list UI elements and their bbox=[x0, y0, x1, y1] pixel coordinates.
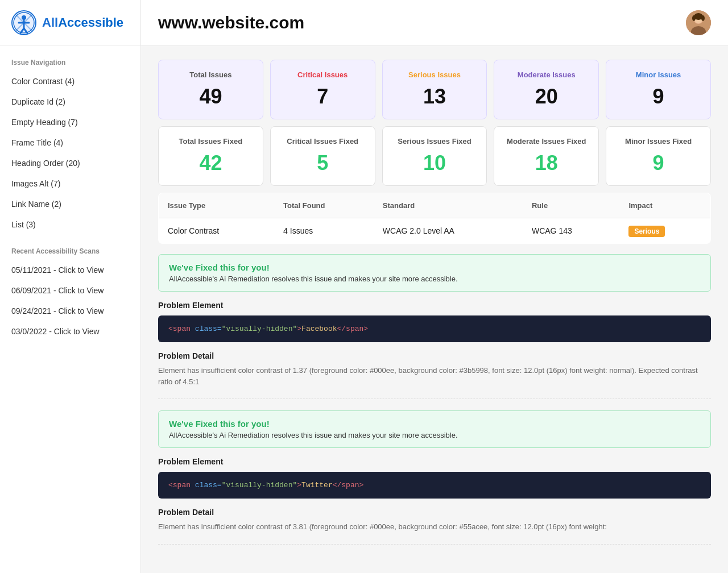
code-attr: class= bbox=[195, 481, 222, 489]
detail-text-0: Element has insufficient color contrast … bbox=[158, 365, 711, 399]
table-cell-2: WCAG 2.0 Level AA bbox=[374, 218, 523, 244]
nav-items-list: Color Contrast (4)Duplicate Id (2)Empty … bbox=[0, 71, 140, 235]
stat-value-2: 13 bbox=[392, 85, 478, 109]
code-content: Facebook bbox=[301, 325, 337, 333]
main-header: www.website.com bbox=[141, 0, 728, 46]
problem-element-label-0: Problem Element bbox=[158, 301, 711, 310]
code-value: "visually-hidden" bbox=[222, 481, 297, 489]
code-tag-close: > bbox=[297, 325, 301, 333]
table-cell-3: WCAG 143 bbox=[523, 218, 619, 244]
scan-item-scan-2[interactable]: 06/09/2021 - Click to View bbox=[0, 280, 140, 301]
fixed-desc-0: AllAccessible's Ai Remediation resolves … bbox=[169, 275, 700, 283]
stat-label-1: Critical Issues bbox=[280, 70, 366, 79]
table-cell-0: Color Contrast bbox=[159, 218, 275, 244]
logo-icon bbox=[11, 10, 36, 35]
table-row: Color Contrast4 IssuesWCAG 2.0 Level AAW… bbox=[159, 218, 711, 244]
scan-item-scan-1[interactable]: 05/11/2021 - Click to View bbox=[0, 260, 140, 280]
code-tag: <span bbox=[168, 481, 191, 489]
col-issue-type: Issue Type bbox=[159, 193, 275, 218]
sidebar-item-link-name[interactable]: Link Name (2) bbox=[0, 194, 140, 214]
code-block-1: <span class="visually-hidden">Twitter</s… bbox=[158, 472, 711, 499]
scans-section-label: Recent Accessibility Scans bbox=[0, 235, 140, 260]
stat-value-0: 49 bbox=[168, 85, 254, 109]
stat-value-4: 9 bbox=[615, 85, 701, 109]
stat-card-critical-1: Critical Issues7 bbox=[270, 60, 375, 119]
code-end-tag: </span> bbox=[337, 325, 369, 333]
detail-text-1: Element has insufficient color contrast … bbox=[158, 521, 711, 545]
stat-card-total-0: Total Issues49 bbox=[158, 60, 263, 119]
stat-fixed-label-2: Serious Issues Fixed bbox=[392, 137, 478, 146]
detail-label-0: Problem Detail bbox=[158, 351, 711, 360]
stat-fixed-card-3: Moderate Issues Fixed18 bbox=[494, 126, 599, 186]
code-value: "visually-hidden" bbox=[222, 325, 297, 333]
impact-badge: Serious bbox=[628, 226, 665, 237]
stat-label-2: Serious Issues bbox=[392, 70, 478, 79]
code-content: Twitter bbox=[301, 481, 333, 489]
stat-fixed-value-3: 18 bbox=[503, 151, 589, 175]
avatar-image bbox=[686, 10, 711, 35]
fixed-title-1: We've Fixed this for you! bbox=[169, 419, 700, 429]
stat-card-minor-4: Minor Issues9 bbox=[606, 60, 711, 119]
code-tag: <span bbox=[168, 325, 191, 333]
stat-fixed-label-1: Critical Issues Fixed bbox=[280, 137, 366, 146]
svg-point-15 bbox=[692, 15, 696, 21]
problems-container: We've Fixed this for you!AllAccessible's… bbox=[158, 254, 711, 545]
main-content: www.website.com Total Issues49Critical I… bbox=[141, 0, 728, 573]
stat-fixed-label-4: Minor Issues Fixed bbox=[615, 137, 701, 146]
nav-section-label: Issue Navigation bbox=[0, 46, 140, 71]
sidebar-item-images-alt[interactable]: Images Alt (7) bbox=[0, 173, 140, 194]
stat-card-serious-2: Serious Issues13 bbox=[382, 60, 487, 119]
col-rule: Rule bbox=[523, 193, 619, 218]
sidebar-item-frame-title[interactable]: Frame Title (4) bbox=[0, 132, 140, 153]
stats-row-1: Total Issues49Critical Issues7Serious Is… bbox=[158, 60, 711, 119]
svg-point-16 bbox=[701, 15, 705, 21]
stat-label-3: Moderate Issues bbox=[503, 70, 589, 79]
stat-fixed-label-3: Moderate Issues Fixed bbox=[503, 137, 589, 146]
stat-fixed-value-2: 10 bbox=[392, 151, 478, 175]
table-cell-1: 4 Issues bbox=[274, 218, 374, 244]
stat-fixed-value-0: 42 bbox=[168, 151, 254, 175]
fixed-desc-1: AllAccessible's Ai Remediation resolves … bbox=[169, 431, 700, 439]
avatar[interactable] bbox=[686, 10, 711, 35]
stat-fixed-card-1: Critical Issues Fixed5 bbox=[270, 126, 375, 186]
code-block-0: <span class="visually-hidden">Facebook</… bbox=[158, 315, 711, 342]
code-tag-close: > bbox=[297, 481, 301, 489]
col-standard: Standard bbox=[374, 193, 523, 218]
logo-container: AllAccessible bbox=[0, 0, 140, 46]
code-attr: class= bbox=[195, 325, 222, 333]
site-url: www.website.com bbox=[158, 13, 304, 32]
stats-row-2: Total Issues Fixed42Critical Issues Fixe… bbox=[158, 126, 711, 186]
stat-fixed-label-0: Total Issues Fixed bbox=[168, 137, 254, 146]
col-total-found: Total Found bbox=[274, 193, 374, 218]
scan-item-scan-4[interactable]: 03/0/2022 - Click to View bbox=[0, 321, 140, 342]
logo-text: AllAccessible bbox=[42, 15, 123, 30]
stat-value-1: 7 bbox=[280, 85, 366, 109]
detail-label-1: Problem Detail bbox=[158, 508, 711, 517]
stat-label-4: Minor Issues bbox=[615, 70, 701, 79]
stat-fixed-value-4: 9 bbox=[615, 151, 701, 175]
sidebar-item-color-contrast[interactable]: Color Contrast (4) bbox=[0, 71, 140, 92]
stat-fixed-card-2: Serious Issues Fixed10 bbox=[382, 126, 487, 186]
stat-value-3: 20 bbox=[503, 85, 589, 109]
stat-fixed-card-4: Minor Issues Fixed9 bbox=[606, 126, 711, 186]
scan-item-scan-3[interactable]: 09/24/2021 - Click to View bbox=[0, 301, 140, 321]
stat-fixed-value-1: 5 bbox=[280, 151, 366, 175]
problem-element-label-1: Problem Element bbox=[158, 457, 711, 466]
stat-card-moderate-3: Moderate Issues20 bbox=[494, 60, 599, 119]
sidebar-item-empty-heading[interactable]: Empty Heading (7) bbox=[0, 112, 140, 132]
fixed-title-0: We've Fixed this for you! bbox=[169, 263, 700, 272]
col-impact: Impact bbox=[619, 193, 710, 218]
sidebar: AllAccessible Issue Navigation Color Con… bbox=[0, 0, 141, 573]
code-end-tag: </span> bbox=[333, 481, 364, 489]
fixed-banner-0: We've Fixed this for you!AllAccessible's… bbox=[158, 254, 711, 292]
fixed-banner-1: We've Fixed this for you!AllAccessible's… bbox=[158, 410, 711, 448]
main-panel: Total Issues49Critical Issues7Serious Is… bbox=[141, 46, 728, 570]
sidebar-item-list[interactable]: List (3) bbox=[0, 214, 140, 235]
issues-table: Issue Type Total Found Standard Rule Imp… bbox=[158, 193, 711, 244]
stat-fixed-card-0: Total Issues Fixed42 bbox=[158, 126, 263, 186]
stat-label-0: Total Issues bbox=[168, 70, 254, 79]
scans-list: 05/11/2021 - Click to View06/09/2021 - C… bbox=[0, 260, 140, 342]
sidebar-item-heading-order[interactable]: Heading Order (20) bbox=[0, 153, 140, 173]
sidebar-item-duplicate-id[interactable]: Duplicate Id (2) bbox=[0, 92, 140, 112]
impact-cell: Serious bbox=[619, 218, 710, 244]
